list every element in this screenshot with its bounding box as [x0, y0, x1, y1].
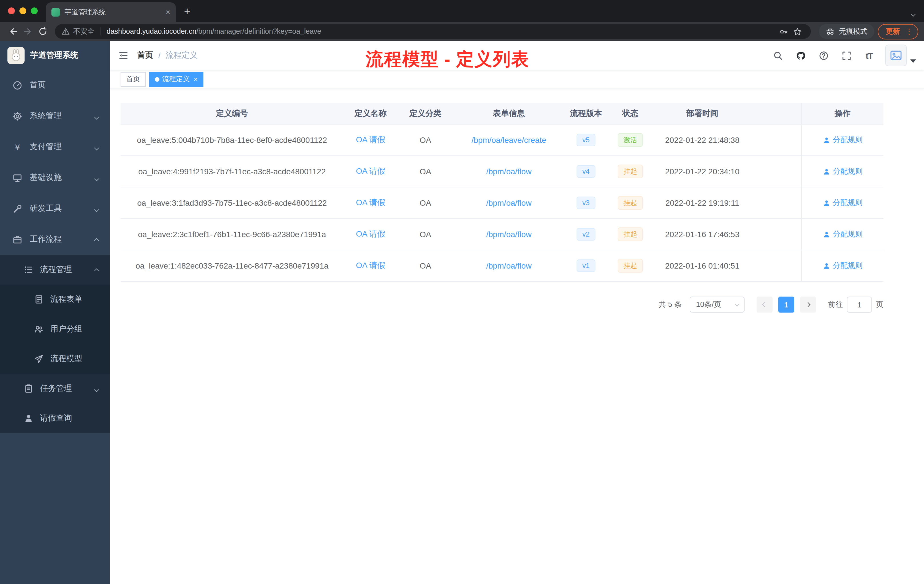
cell-deploy-time: 2022-01-16 01:40:51 — [653, 250, 751, 281]
tag-home[interactable]: 首页 — [120, 72, 146, 87]
sidebar-item-process-management[interactable]: 流程管理 — [0, 255, 110, 285]
url-text[interactable]: dashboard.yudao.iocoder.cn/bpm/manager/d… — [107, 27, 321, 35]
definition-name-link[interactable]: OA 请假 — [356, 229, 385, 239]
avatar[interactable] — [885, 45, 907, 66]
form-link[interactable]: /bpm/oa/flow — [486, 261, 532, 270]
clipboard-icon — [24, 384, 33, 393]
sidebar-toggle-button[interactable] — [110, 41, 137, 70]
warning-icon — [62, 27, 70, 35]
tag-process-definition[interactable]: 流程定义 × — [149, 72, 203, 87]
minimize-window-button[interactable] — [20, 7, 26, 14]
definition-name-link[interactable]: OA 请假 — [356, 198, 385, 208]
table-row: oa_leave:5:004b710b-7b8a-11ec-8ef0-acde4… — [120, 125, 883, 156]
close-window-button[interactable] — [8, 7, 15, 14]
table-header: 定义编号 定义名称 定义分类 表单信息 流程版本 状态 部署时间 操作 — [120, 103, 883, 125]
briefcase-icon — [13, 234, 22, 244]
definition-name-link[interactable]: OA 请假 — [356, 166, 385, 177]
forward-button[interactable] — [21, 24, 35, 39]
new-tab-button[interactable]: + — [184, 5, 190, 16]
user-icon — [823, 136, 830, 144]
github-icon[interactable] — [793, 48, 808, 63]
tag-close-icon[interactable]: × — [194, 76, 198, 82]
monitor-icon — [13, 173, 22, 183]
table-row: oa_leave:4:991f2193-7b7f-11ec-a3c8-acde4… — [120, 156, 883, 187]
avatar-caret-icon[interactable] — [910, 59, 916, 63]
sidebar-item-label: 基础设施 — [30, 173, 62, 183]
goto-label: 前往 — [828, 299, 843, 310]
column-header: 表单信息 — [453, 103, 564, 124]
zoom-window-button[interactable] — [31, 7, 38, 14]
column-header: 定义名称 — [343, 103, 398, 124]
user-icon — [823, 168, 830, 175]
sidebar-item-user-group[interactable]: 用户分组 — [0, 314, 110, 344]
sidebar-item-label: 研发工具 — [30, 203, 62, 214]
tab-close-icon[interactable]: × — [166, 8, 170, 16]
page-unit-label: 页 — [876, 299, 883, 310]
security-label[interactable]: 不安全 — [73, 26, 94, 36]
incognito-icon — [826, 27, 835, 36]
goto-page-input[interactable] — [847, 297, 872, 313]
assign-rule-button[interactable]: 分配规则 — [823, 135, 863, 145]
assign-rule-button[interactable]: 分配规则 — [823, 261, 863, 271]
page-number-1[interactable]: 1 — [778, 297, 794, 313]
sidebar-item-label: 流程表单 — [50, 294, 82, 305]
next-page-button[interactable] — [800, 297, 816, 313]
omnibox-divider — [100, 27, 101, 35]
form-link[interactable]: /bpm/oa/leave/create — [472, 135, 546, 145]
help-question-icon[interactable] — [816, 48, 831, 63]
definition-name-link[interactable]: OA 请假 — [356, 261, 385, 271]
sidebar-item-dev-tools[interactable]: 研发工具 — [0, 193, 110, 224]
sidebar-item-label: 请假查询 — [40, 413, 72, 424]
sidebar-item-home[interactable]: 首页 — [0, 70, 110, 101]
assign-rule-button[interactable]: 分配规则 — [823, 229, 863, 239]
assign-rule-button[interactable]: 分配规则 — [823, 198, 863, 208]
fullscreen-icon[interactable] — [839, 48, 854, 63]
sidebar-item-infrastructure[interactable]: 基础设施 — [0, 162, 110, 193]
password-key-icon[interactable] — [777, 25, 790, 38]
sidebar-item-process-form[interactable]: 流程表单 — [0, 285, 110, 314]
font-size-icon[interactable]: tT — [862, 48, 876, 63]
definition-table: 定义编号 定义名称 定义分类 表单信息 流程版本 状态 部署时间 操作 oa_l… — [120, 103, 883, 282]
version-badge: v3 — [577, 196, 595, 209]
user-icon — [823, 199, 830, 206]
app-navbar: 首页 / 流程定义 tT — [110, 41, 924, 70]
sidebar-item-payment[interactable]: ¥ 支付管理 — [0, 132, 110, 162]
user-icon — [823, 262, 830, 269]
address-bar[interactable]: 不安全 dashboard.yudao.iocoder.cn/bpm/manag… — [55, 24, 811, 39]
table-row: oa_leave:3:1fad3d93-7b75-11ec-a3c8-acde4… — [120, 187, 883, 219]
form-link[interactable]: /bpm/oa/flow — [486, 167, 532, 176]
app-logo[interactable]: 芋道管理系统 — [0, 41, 110, 70]
status-badge: 挂起 — [618, 228, 643, 241]
sidebar-item-workflow[interactable]: 工作流程 — [0, 224, 110, 255]
tree-list-icon — [24, 265, 33, 274]
chevron-down-icon — [95, 384, 98, 393]
browser-tab[interactable]: 芋道管理系统 × — [46, 2, 176, 22]
update-button[interactable]: 更新 ⋮ — [878, 24, 918, 39]
back-button[interactable] — [6, 24, 21, 39]
logo-title: 芋道管理系统 — [30, 50, 78, 61]
sidebar-item-label: 用户分组 — [50, 324, 82, 334]
breadcrumb-home[interactable]: 首页 — [137, 50, 153, 61]
menu-kebab-icon[interactable]: ⋮ — [905, 27, 913, 36]
form-link[interactable]: /bpm/oa/flow — [486, 230, 532, 239]
definition-name-link[interactable]: OA 请假 — [356, 135, 385, 145]
bookmark-star-icon[interactable] — [790, 25, 804, 38]
column-header: 部署时间 — [653, 103, 751, 124]
sidebar-item-system[interactable]: 系统管理 — [0, 101, 110, 132]
chevron-down-icon — [95, 142, 98, 152]
page-size-select[interactable]: 10条/页 — [690, 297, 744, 313]
dashboard-icon — [13, 80, 22, 90]
form-link[interactable]: /bpm/oa/flow — [486, 198, 532, 208]
chevron-down-icon — [735, 302, 740, 307]
sidebar-item-leave-query[interactable]: 请假查询 — [0, 403, 110, 433]
prev-page-button[interactable] — [757, 297, 772, 313]
refresh-button[interactable] — [35, 24, 50, 39]
sidebar-item-process-model[interactable]: 流程模型 — [0, 344, 110, 374]
cell-category: OA — [398, 125, 453, 155]
person-icon — [24, 414, 33, 423]
sidebar-item-task-management[interactable]: 任务管理 — [0, 374, 110, 403]
search-icon[interactable] — [770, 48, 785, 63]
breadcrumb-separator: / — [158, 51, 160, 60]
assign-rule-button[interactable]: 分配规则 — [823, 166, 863, 177]
tab-search-chevron-icon[interactable] — [911, 8, 915, 18]
